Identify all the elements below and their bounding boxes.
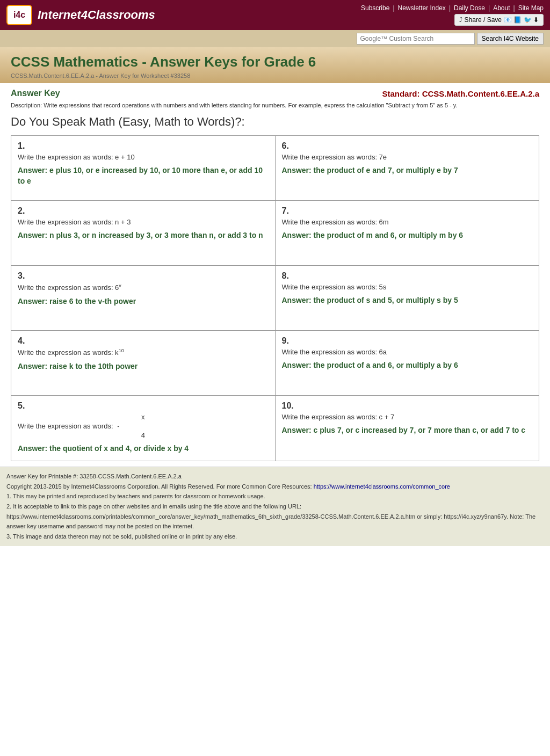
share-icon: ⤴	[459, 16, 462, 24]
nav-about[interactable]: About	[493, 4, 510, 12]
problem-answer-5: Answer: the quotient of x and 4, or divi…	[18, 444, 269, 454]
search-button[interactable]: Search I4C Website	[477, 33, 544, 45]
fraction-denominator: 4	[18, 431, 269, 439]
problem-cell-7: 7. Write the expression as words: 6m Ans…	[276, 201, 539, 265]
nav-subscribe[interactable]: Subscribe	[361, 4, 389, 12]
problem-cell-6: 6. Write the expression as words: 7e Ans…	[276, 136, 539, 200]
problem-text-8: Write the expression as words: 5s	[282, 283, 533, 291]
problem-cell-4: 4. Write the expression as words: k10 An…	[11, 331, 276, 395]
description: Description: Write expressions that reco…	[11, 101, 539, 110]
fraction-numerator: x	[18, 413, 269, 421]
footer-note2: 2. It is acceptable to link to this page…	[6, 501, 544, 512]
problem-answer-2: Answer: n plus 3, or n increased by 3, o…	[18, 230, 269, 241]
problem-row-5: 5. x Write the expression as words: - 4 …	[11, 396, 539, 461]
problem-text-10: Write the expression as words: c + 7	[282, 413, 533, 421]
share-button[interactable]: ⤴ Share / Save 📧 📘 🐦 ⬇	[454, 14, 544, 26]
site-name: Internet4Classrooms	[38, 8, 155, 22]
problem-row-2: 2. Write the expression as words: n + 3 …	[11, 201, 539, 266]
problem-answer-10: Answer: c plus 7, or c increased by 7, o…	[282, 425, 533, 436]
search-input[interactable]	[357, 33, 475, 45]
footer-answer-key-ref: Answer Key for Printable #: 33258-CCSS.M…	[6, 471, 544, 482]
share-area: ⤴ Share / Save 📧 📘 🐦 ⬇	[454, 14, 544, 26]
problem-answer-4: Answer: raise k to the 10th power	[18, 361, 269, 372]
problem-answer-6: Answer: the product of e and 7, or multi…	[282, 165, 533, 176]
problem-answer-7: Answer: the product of m and 6, or multi…	[282, 230, 533, 241]
answer-key-header: Answer Key Standard: CCSS.Math.Content.6…	[11, 89, 539, 98]
page-header: CCSS Mathematics - Answer Keys for Grade…	[0, 47, 550, 83]
main-content: Answer Key Standard: CCSS.Math.Content.6…	[0, 83, 550, 467]
worksheet-title: Do You Speak Math (Easy, Math to Words)?…	[11, 115, 539, 129]
problem-cell-10: 10. Write the expression as words: c + 7…	[276, 396, 539, 461]
top-nav: Subscribe | Newsletter Index | Daily Dos…	[361, 4, 544, 12]
nav-daily-dose[interactable]: Daily Dose	[454, 4, 485, 12]
answer-key-label: Answer Key	[11, 89, 60, 98]
problem-number-10: 10.	[282, 401, 533, 411]
problem-grid: 1. Write the expression as words: e + 10…	[11, 135, 539, 461]
nav-sitemap[interactable]: Site Map	[518, 4, 544, 12]
nav-links: Subscribe | Newsletter Index | Daily Dos…	[361, 4, 544, 26]
footer-copyright: Copyright 2013-2015 by Internet4Classroo…	[6, 482, 544, 492]
problem-number-6: 6.	[282, 141, 533, 151]
problem-number-8: 8.	[282, 271, 533, 281]
footer-copyright-link[interactable]: https://www.internet4classrooms.com/comm…	[314, 483, 450, 490]
logo-area: i4c Internet4Classrooms	[6, 5, 155, 25]
site-header: i4c Internet4Classrooms Subscribe | News…	[0, 0, 550, 30]
problem-number-5: 5.	[18, 401, 269, 411]
problem-cell-5: 5. x Write the expression as words: - 4 …	[11, 396, 276, 461]
problem-cell-2: 2. Write the expression as words: n + 3 …	[11, 201, 276, 265]
logo-icon: i4c	[6, 5, 32, 25]
problem-answer-3: Answer: raise 6 to the v-th power	[18, 296, 269, 307]
breadcrumb: CCSS.Math.Content.6.EE.A.2.a - Answer Ke…	[11, 72, 539, 79]
footer-note3: 3. This image and data thereon may not b…	[6, 532, 544, 542]
problem-cell-8: 8. Write the expression as words: 5s Ans…	[276, 266, 539, 330]
breadcrumb-link[interactable]: CCSS.Math.Content.6.EE.A.2.a - Answer Ke…	[11, 72, 190, 79]
problem-text-6: Write the expression as words: 7e	[282, 153, 533, 161]
problem-cell-9: 9. Write the expression as words: 6a Ans…	[276, 331, 539, 395]
problem-text-7: Write the expression as words: 6m	[282, 218, 533, 226]
nav-newsletter[interactable]: Newsletter Index	[398, 4, 446, 12]
problem-text-2: Write the expression as words: n + 3	[18, 218, 269, 226]
problem-answer-1: Answer: e plus 10, or e increased by 10,…	[18, 165, 269, 186]
problem-text-4: Write the expression as words: k10	[18, 348, 269, 357]
footer: Answer Key for Printable #: 33258-CCSS.M…	[0, 467, 550, 546]
problem-text-3: Write the expression as words: 6v	[18, 283, 269, 292]
page-title: CCSS Mathematics - Answer Keys for Grade…	[11, 54, 539, 70]
problem-row-1: 1. Write the expression as words: e + 10…	[11, 136, 539, 201]
problem-number-1: 1.	[18, 141, 269, 151]
problem-number-2: 2.	[18, 206, 269, 216]
problem-text-9: Write the expression as words: 6a	[282, 348, 533, 356]
problem-answer-8: Answer: the product of s and 5, or multi…	[282, 295, 533, 306]
problem-number-4: 4.	[18, 336, 269, 346]
fraction-bar: -	[117, 422, 119, 430]
problem-number-7: 7.	[282, 206, 533, 216]
problem-answer-9: Answer: the product of a and 6, or multi…	[282, 360, 533, 371]
problem-number-9: 9.	[282, 336, 533, 346]
share-icons: 📧 📘 🐦 ⬇	[504, 16, 539, 24]
problem-cell-3: 3. Write the expression as words: 6v Ans…	[11, 266, 276, 330]
standard-label: Standard: CCSS.Math.Content.6.EE.A.2.a	[382, 89, 539, 98]
problem-cell-1: 1. Write the expression as words: e + 10…	[11, 136, 276, 200]
footer-note1: 1. This may be printed and reproduced by…	[6, 491, 544, 501]
problem-row-4: 4. Write the expression as words: k10 An…	[11, 331, 539, 396]
problem-number-3: 3.	[18, 271, 269, 281]
problem-row-3: 3. Write the expression as words: 6v Ans…	[11, 266, 539, 331]
search-bar: Search I4C Website	[0, 30, 550, 47]
problem-text-1: Write the expression as words: e + 10	[18, 153, 269, 161]
footer-url: https://www.internet4classrooms.com/prin…	[6, 512, 544, 532]
problem-text-5: x Write the expression as words: - 4	[18, 413, 269, 439]
